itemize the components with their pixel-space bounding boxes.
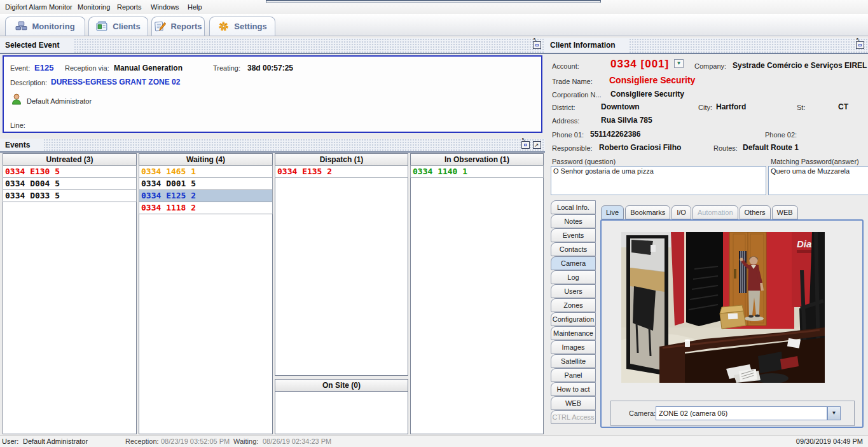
event-item[interactable]: 0334 D001 5 <box>139 177 273 190</box>
event-item[interactable]: 0334 D004 5 <box>3 177 137 190</box>
expand-icon[interactable]: ↗ <box>533 141 541 149</box>
side-tab-panel[interactable]: Panel <box>551 368 596 382</box>
line-label: Line: <box>10 121 25 129</box>
menu-digifort-alarm-monitor[interactable]: Digifort Alarm Monitor <box>3 0 75 14</box>
operator-person-icon <box>10 93 23 106</box>
tab-reports[interactable]: Reports <box>151 17 205 36</box>
treating-label: Treating: <box>213 64 240 72</box>
side-tab-zones[interactable]: Zones <box>551 298 596 312</box>
camera-feed-image: Dial <box>621 232 825 383</box>
camera-view-tabbar: Live Bookmarks I/O Automation Others WEB <box>601 205 798 219</box>
tab-monitoring[interactable]: Monitoring <box>5 17 85 36</box>
status-user-value: Default Administrator <box>23 437 88 445</box>
menu-reports[interactable]: Reports <box>114 0 144 14</box>
camera-select-combobox[interactable]: ZONE 02 (camera 06) <box>656 406 827 420</box>
reception-via-label: Reception via: <box>65 64 109 72</box>
trade-name-label: Trade Name: <box>552 78 593 85</box>
event-item[interactable]: 0334 1465 1 <box>139 165 273 178</box>
gear-icon <box>217 21 230 32</box>
address-label: Address: <box>552 117 579 125</box>
dock-icon[interactable]: ↖ <box>533 41 541 49</box>
dock-icon[interactable]: ↖ <box>856 41 864 49</box>
camera-live-content: Dial <box>600 219 864 428</box>
waiting-column-header: Waiting (4) <box>139 154 272 166</box>
event-item[interactable]: 0334 1140 1 <box>410 165 544 178</box>
status-reception-label: Reception: <box>125 437 159 445</box>
event-item[interactable]: 0334 E135 2 <box>275 165 408 178</box>
events-column-observation: In Observation (1) 0334 1140 1 <box>410 153 544 434</box>
menu-bar: Digifort Alarm Monitor Monitoring Report… <box>0 0 868 14</box>
cam-tab-io[interactable]: I/O <box>672 205 691 219</box>
state-value: CT <box>838 102 848 111</box>
status-user-label: User: <box>2 437 18 445</box>
selected-event-panel-header: Selected Event ↖ <box>0 38 545 54</box>
side-tab-local-info[interactable]: Local Info. <box>551 200 596 214</box>
tab-settings-label: Settings <box>234 22 266 31</box>
cam-tab-live[interactable]: Live <box>601 205 624 219</box>
side-tab-web[interactable]: WEB <box>551 396 596 410</box>
events-column-untreated: Untreated (3) 0334 E130 5 0334 D004 5 03… <box>3 153 137 434</box>
side-tab-satellite[interactable]: Satellite <box>551 354 596 368</box>
company-label: Company: <box>694 62 726 70</box>
clients-badge-icon <box>96 21 108 32</box>
company-value: Systrade Comércio e Serviços EIREL <box>733 61 867 70</box>
side-tab-events[interactable]: Events <box>551 228 596 242</box>
menu-help[interactable]: Help <box>185 0 205 14</box>
phone1-label: Phone 01: <box>552 131 584 139</box>
event-label: Event: <box>10 64 30 72</box>
description-label: Description: <box>10 79 47 86</box>
account-value: 0334 [001] <box>610 58 669 71</box>
district-value: Downtown <box>601 102 640 111</box>
dock-icon[interactable]: ↖ <box>521 141 530 149</box>
password-question-field[interactable]: O Senhor gostaria de uma pizza <box>551 166 766 195</box>
network-monitoring-icon <box>15 21 27 32</box>
side-tab-log[interactable]: Log <box>551 270 596 284</box>
reception-via-value: Manual Generation <box>114 64 183 72</box>
responsible-value: Roberto Graciosi Filho <box>599 143 681 152</box>
password-answer-field[interactable]: Quero uma de Muzzarela <box>768 166 868 195</box>
cam-tab-automation: Automation <box>692 205 738 219</box>
status-waiting-value: 08/26/19 02:34:23 PM <box>263 437 331 445</box>
password-question-label: Password (question) <box>552 158 616 165</box>
password-answer-label: Matching Password(answer) <box>771 158 859 165</box>
side-tab-users[interactable]: Users <box>551 284 596 298</box>
camera-combo-dropdown-button[interactable]: ▼ <box>827 406 841 420</box>
report-pencil-icon <box>154 21 166 32</box>
cam-tab-others[interactable]: Others <box>740 205 771 219</box>
side-tab-configuration[interactable]: Configuration <box>551 312 596 326</box>
routes-label: Routes: <box>713 144 738 152</box>
event-item[interactable]: 0334 1118 2 <box>139 202 273 214</box>
event-item[interactable]: 0334 E130 5 <box>3 165 137 178</box>
side-tab-notes[interactable]: Notes <box>551 214 596 228</box>
event-item[interactable]: 0334 D033 5 <box>3 189 137 202</box>
tab-settings[interactable]: Settings <box>209 17 275 36</box>
responsible-label: Responsible: <box>552 144 593 152</box>
untreated-column-header: Untreated (3) <box>3 154 136 166</box>
events-panel-header: Events ↖ ↗ <box>0 139 545 153</box>
onsite-column-header: On Site (0) <box>275 380 408 392</box>
camera-selector-box: Camera: ZONE 02 (camera 06) ▼ <box>610 401 855 426</box>
menu-windows[interactable]: Windows <box>148 0 182 14</box>
events-column-dispatch: Dispatch (1) 0334 E135 2 <box>275 153 408 376</box>
events-column-onsite: On Site (0) <box>275 379 408 434</box>
city-value: Hartford <box>716 102 746 111</box>
side-tab-images[interactable]: Images <box>551 340 596 354</box>
side-tab-camera[interactable]: Camera <box>551 256 596 270</box>
cam-tab-web[interactable]: WEB <box>772 205 798 219</box>
cam-tab-bookmarks[interactable]: Bookmarks <box>625 205 670 219</box>
status-bar: User: Default Administrator Reception: 0… <box>0 435 868 447</box>
trade-name-value: Consigliere Security <box>609 75 695 85</box>
side-tab-how-to-act[interactable]: How to act <box>551 382 596 396</box>
events-column-waiting: Waiting (4) 0334 1465 1 0334 D001 5 0334… <box>139 153 273 434</box>
tab-clients[interactable]: Clients <box>88 17 148 36</box>
menu-monitoring[interactable]: Monitoring <box>75 0 113 14</box>
client-info-panel-header: Client Information ↖ <box>545 38 868 54</box>
event-item-selected[interactable]: 0334 E125 2 <box>139 189 273 202</box>
routes-value: Default Route 1 <box>743 143 799 152</box>
side-tab-maintenance[interactable]: Maintenance <box>551 326 596 340</box>
side-tab-contacts[interactable]: Contacts <box>551 242 596 256</box>
tab-reports-label: Reports <box>170 22 202 31</box>
status-reception-value: 08/23/19 03:52:05 PM <box>161 437 230 445</box>
dispatch-column-header: Dispatch (1) <box>275 154 408 166</box>
account-dropdown-button[interactable]: ▼ <box>674 59 684 68</box>
